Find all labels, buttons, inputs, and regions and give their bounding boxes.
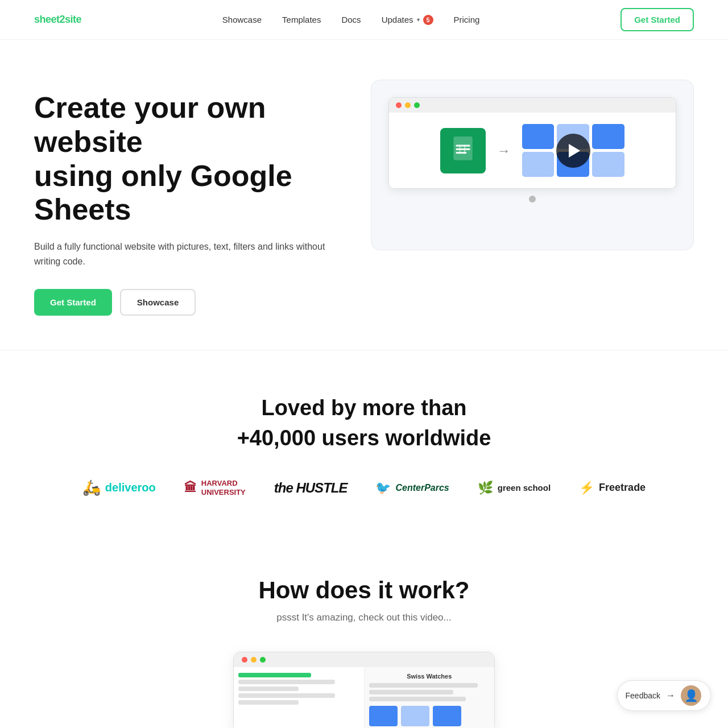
screenshot-row-1 (238, 673, 359, 677)
screenshot-sheet-panel (234, 667, 365, 728)
hero-showcase-button[interactable]: Showcase (120, 289, 196, 316)
screenshot-dot-red (242, 657, 247, 663)
browser-dot-yellow (405, 102, 411, 108)
centerparcs-icon: 🐦 (375, 481, 391, 495)
nav-link-docs[interactable]: Docs (341, 15, 361, 24)
screenshot-content: Swiss Watches (234, 667, 494, 728)
nav-link-templates[interactable]: Templates (282, 15, 321, 24)
screenshot-browser-bar (234, 652, 494, 667)
hero-title: Create your own websiteusing only Google… (34, 91, 351, 227)
nav-get-started-button[interactable]: Get Started (621, 8, 694, 31)
loved-title-line1: Loved by more than (34, 396, 694, 420)
screenshot-dot-green (260, 657, 266, 663)
deliveroo-icon: 🛵 (82, 479, 101, 497)
hero-image-bottom (529, 189, 536, 202)
arrow-icon: → (497, 143, 511, 159)
browser-content: → (389, 113, 676, 188)
play-button[interactable] (556, 134, 590, 168)
google-sheets-icon (440, 128, 486, 173)
site-bar-1 (369, 683, 478, 688)
feedback-avatar: 👤 (681, 685, 701, 706)
bar-wide-2 (238, 693, 335, 698)
hero-image-box: → (371, 80, 694, 250)
hustle-label: the HUSTLE (274, 480, 348, 496)
hero-left: Create your own websiteusing only Google… (34, 80, 351, 316)
harvard-label: HARVARDUNIVERSITY (201, 479, 246, 497)
screenshot-site-row-2 (369, 690, 490, 694)
harvard-icon: 🏛 (184, 481, 197, 495)
screenshot-row-4 (238, 693, 359, 698)
how-screenshot: Swiss Watches (233, 652, 495, 728)
browser-bar (389, 98, 676, 113)
logo-hustle: the HUSTLE (274, 480, 348, 496)
nav-link-pricing[interactable]: Pricing (454, 15, 480, 24)
screenshot-site-row-3 (369, 697, 490, 701)
screenshot-card-1 (369, 706, 398, 726)
browser-dot-red (396, 102, 402, 108)
nav-link-updates[interactable]: Updates ▾ 5 (382, 15, 433, 25)
grid-cell-1 (522, 124, 555, 149)
logo-freetrade: ⚡ Freetrade (579, 481, 646, 495)
hero-right: → (371, 80, 694, 250)
logos-row: 🛵 deliveroo 🏛 HARVARDUNIVERSITY the HUST… (34, 479, 694, 497)
greenschool-label: green school (498, 483, 551, 493)
nav-links: Showcase Templates Docs Updates ▾ 5 Pric… (222, 15, 480, 25)
loved-title-line2: +40,000 users worldwide (34, 426, 694, 450)
screenshot-card-2 (401, 706, 429, 726)
svg-rect-2 (456, 144, 470, 146)
how-subtitle: pssst It's amazing, check out this video… (34, 612, 694, 623)
svg-rect-5 (460, 144, 461, 154)
hero-section: Create your own websiteusing only Google… (0, 40, 728, 350)
deliveroo-label: deliveroo (105, 481, 156, 494)
bar-wide (238, 680, 335, 684)
website-preview (522, 124, 624, 177)
browser-mockup: → (388, 97, 676, 189)
feedback-button[interactable]: Feedback → 👤 (617, 680, 711, 711)
bar-green (238, 673, 311, 677)
freetrade-icon: ⚡ (579, 481, 594, 495)
screenshot-card-3 (433, 706, 461, 726)
screenshot-dot-yellow (251, 657, 257, 663)
hero-get-started-button[interactable]: Get Started (34, 289, 112, 316)
screenshot-row-2 (238, 680, 359, 684)
browser-dot-green (414, 102, 420, 108)
screenshot-cards (369, 706, 490, 726)
site-bar-2 (369, 690, 454, 694)
svg-rect-3 (456, 148, 470, 150)
grid-cell-3 (592, 124, 624, 149)
play-triangle-icon (569, 144, 580, 158)
screenshot-row-3 (238, 686, 359, 691)
screenshot-site-panel: Swiss Watches (365, 667, 495, 728)
logo-deliveroo: 🛵 deliveroo (82, 479, 156, 497)
svg-rect-6 (464, 144, 465, 154)
chevron-down-icon: ▾ (417, 16, 420, 23)
hero-buttons: Get Started Showcase (34, 289, 351, 316)
site-bar-3 (369, 697, 466, 701)
loved-section: Loved by more than +40,000 users worldwi… (0, 350, 728, 531)
carousel-dot[interactable] (529, 196, 536, 202)
nav-link-showcase[interactable]: Showcase (222, 15, 262, 24)
screenshot-site-row-1 (369, 683, 490, 688)
svg-rect-1 (453, 136, 472, 160)
screenshot-site-title: Swiss Watches (369, 673, 490, 680)
grid-cell-6 (592, 152, 624, 177)
logo-centerparcs: 🐦 CenterParcs (375, 481, 449, 495)
logo[interactable]: sheet2site (34, 14, 81, 26)
grid-cell-4 (522, 152, 555, 177)
centerparcs-label: CenterParcs (395, 483, 449, 493)
logo-greenschool: 🌿 green school (478, 481, 551, 495)
feedback-label: Feedback (626, 691, 660, 700)
navigation: sheet2site Showcase Templates Docs Updat… (0, 0, 728, 40)
screenshot-row-5 (238, 700, 359, 705)
nav-updates-label: Updates (382, 15, 413, 24)
hero-subtitle: Build a fully functional website with pi… (34, 239, 351, 268)
how-title: How does it work? (34, 577, 694, 604)
bar-med-2 (238, 700, 299, 705)
greenschool-icon: 🌿 (478, 481, 493, 495)
logo-harvard: 🏛 HARVARDUNIVERSITY (184, 479, 246, 497)
feedback-arrow-icon: → (666, 690, 675, 701)
bar-med (238, 686, 299, 691)
updates-badge: 5 (423, 15, 433, 25)
freetrade-label: Freetrade (599, 482, 646, 494)
